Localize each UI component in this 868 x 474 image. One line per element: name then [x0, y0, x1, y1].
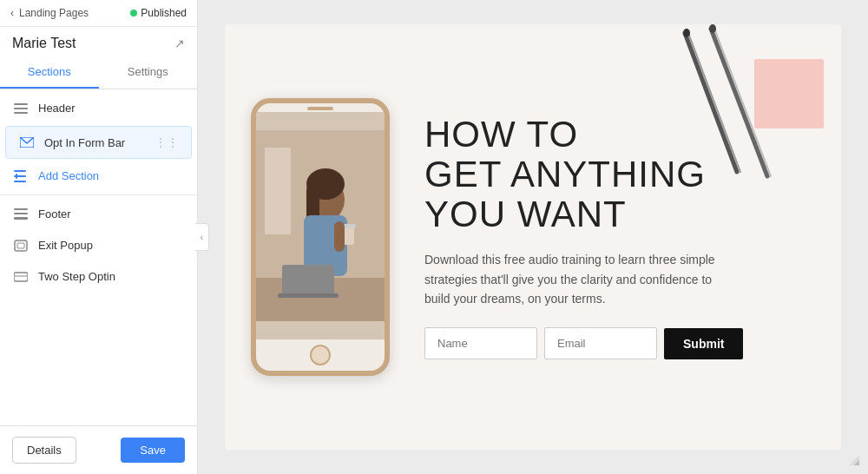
- phone-home-button: [310, 345, 331, 365]
- published-badge: Published: [130, 7, 187, 19]
- svg-rect-23: [265, 148, 291, 234]
- lines-icon: [12, 103, 30, 114]
- svg-point-21: [709, 24, 716, 33]
- two-step-icon: [12, 272, 30, 282]
- add-section-label: Add Section: [38, 169, 99, 182]
- decorative-pens: [615, 24, 841, 233]
- collapse-sidebar-button[interactable]: ‹: [195, 223, 209, 251]
- sidebar-bottom: Details Save: [0, 425, 197, 474]
- two-step-optin-label: Two Step Optin: [38, 270, 115, 283]
- published-label: Published: [141, 7, 187, 19]
- svg-rect-30: [334, 221, 345, 252]
- main-preview: HOW TO GET ANYTHING YOU WANT Download th…: [198, 0, 868, 474]
- tab-settings[interactable]: Settings: [99, 56, 198, 89]
- save-button[interactable]: Save: [121, 438, 185, 463]
- sidebar-item-add-section[interactable]: Add Section: [0, 161, 197, 191]
- phone-mockup: [251, 98, 390, 376]
- exit-popup-icon: [12, 240, 30, 252]
- top-bar: ‹ Landing Pages Published: [0, 0, 197, 27]
- footer-label: Footer: [38, 207, 71, 221]
- preview-form: Submit: [424, 327, 798, 359]
- svg-rect-32: [282, 265, 334, 295]
- svg-rect-0: [14, 103, 28, 105]
- svg-rect-15: [754, 59, 824, 128]
- preview-card: HOW TO GET ANYTHING YOU WANT Download th…: [225, 24, 841, 450]
- add-section-icon: [12, 170, 30, 182]
- sidebar-item-two-step-optin[interactable]: Two Step Optin: [0, 261, 197, 293]
- published-dot: [130, 10, 137, 16]
- svg-rect-1: [14, 108, 28, 109]
- sections-list: Header Opt In Form Bar ⋮⋮ Add Section Fo…: [0, 89, 197, 425]
- back-link[interactable]: Landing Pages: [19, 7, 89, 19]
- footer-icon: [12, 208, 30, 220]
- svg-rect-11: [15, 240, 27, 251]
- sidebar-tabs: Sections Settings: [0, 56, 197, 89]
- sidebar: ‹ Landing Pages Published Marie Test ↗ S…: [0, 0, 198, 474]
- svg-line-17: [688, 33, 740, 172]
- header-label: Header: [38, 102, 76, 115]
- svg-rect-12: [17, 243, 24, 248]
- tab-sections[interactable]: Sections: [0, 56, 99, 89]
- external-link-icon[interactable]: ↗: [174, 36, 185, 50]
- svg-line-16: [685, 33, 737, 172]
- submit-button[interactable]: Submit: [664, 328, 743, 359]
- exit-popup-label: Exit Popup: [38, 239, 93, 252]
- svg-rect-33: [278, 293, 339, 298]
- divider: [0, 194, 197, 195]
- email-input[interactable]: [544, 327, 657, 359]
- svg-rect-13: [14, 273, 28, 281]
- sidebar-item-header[interactable]: Header: [0, 93, 197, 124]
- svg-rect-8: [14, 208, 28, 210]
- phone-screen-image: [256, 130, 385, 321]
- svg-rect-2: [14, 112, 28, 114]
- preview-subtext: Download this free audio training to lea…: [424, 250, 720, 308]
- resize-handle[interactable]: [847, 453, 859, 465]
- sidebar-item-exit-popup[interactable]: Exit Popup: [0, 230, 197, 261]
- page-title: Marie Test: [12, 36, 76, 51]
- sidebar-item-opt-in-form-bar[interactable]: Opt In Form Bar ⋮⋮: [5, 126, 192, 159]
- svg-rect-4: [14, 170, 26, 172]
- details-button[interactable]: Details: [12, 437, 76, 464]
- svg-rect-7: [16, 174, 17, 179]
- svg-point-18: [683, 29, 690, 37]
- phone-speaker: [307, 107, 333, 110]
- svg-rect-10: [14, 217, 28, 220]
- opt-in-form-bar-label: Opt In Form Bar: [44, 136, 125, 149]
- drag-handle-icon[interactable]: ⋮⋮: [155, 135, 179, 149]
- svg-rect-9: [14, 213, 28, 214]
- back-arrow-icon[interactable]: ‹: [10, 7, 14, 19]
- title-row: Marie Test ↗: [0, 27, 197, 56]
- name-input[interactable]: [424, 327, 537, 359]
- phone-screen: [256, 112, 385, 339]
- svg-rect-6: [14, 181, 26, 182]
- envelope-icon: [18, 137, 36, 148]
- sidebar-item-footer[interactable]: Footer: [0, 199, 197, 230]
